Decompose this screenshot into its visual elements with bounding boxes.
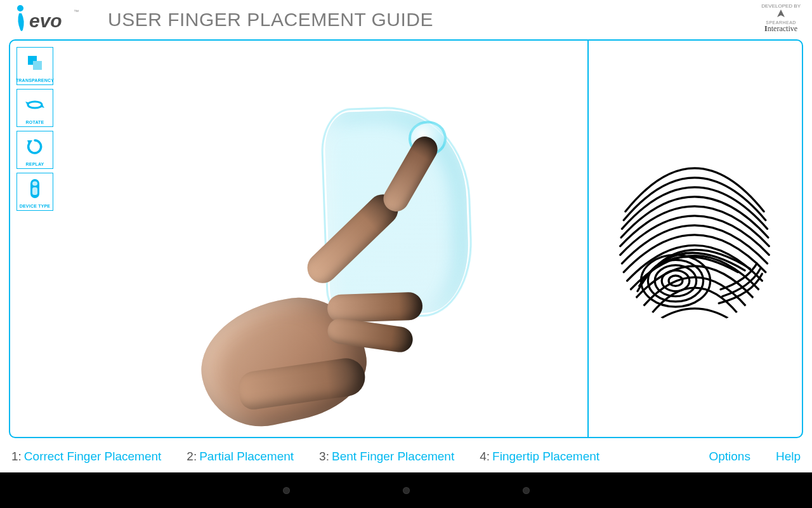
nav-correct-placement[interactable]: 1:Correct Finger Placement bbox=[11, 450, 161, 464]
nav-partial-placement[interactable]: 2:Partial Placement bbox=[187, 450, 294, 464]
rotate-icon bbox=[25, 90, 44, 120]
nav-number: 3: bbox=[319, 450, 329, 463]
developed-by-label: DEVELOPED BY bbox=[761, 4, 801, 10]
sysbar-home-icon[interactable] bbox=[403, 488, 409, 493]
svg-point-4 bbox=[28, 102, 42, 108]
device-type-icon bbox=[29, 173, 41, 204]
nav-bent-placement[interactable]: 3:Bent Finger Placement bbox=[319, 450, 454, 464]
nav-label: Partial Placement bbox=[199, 450, 294, 463]
replay-icon bbox=[26, 131, 44, 162]
tool-label: ROTATE bbox=[26, 120, 44, 126]
sysbar-back-icon[interactable] bbox=[284, 488, 289, 493]
nav-number: 2: bbox=[187, 450, 197, 463]
main-stage: TRANSPARENCY ROTATE REPLAY bbox=[9, 39, 803, 438]
tool-label: DEVICE TYPE bbox=[20, 204, 51, 210]
device-type-button[interactable]: DEVICE TYPE bbox=[16, 173, 53, 211]
svg-point-0 bbox=[17, 5, 23, 11]
nav-number: 4: bbox=[480, 450, 490, 463]
replay-button[interactable]: REPLAY bbox=[16, 131, 53, 169]
nav-number: 1: bbox=[11, 450, 22, 463]
developer-credit: DEVELOPED BY SPEARHEAD IInteractiventera… bbox=[761, 4, 801, 33]
viewport-toolbar: TRANSPARENCY ROTATE REPLAY bbox=[16, 47, 53, 211]
fingerprint-panel bbox=[587, 41, 802, 437]
system-bar bbox=[0, 472, 812, 508]
nav-fingertip-placement[interactable]: 4:Fingertip Placement bbox=[480, 450, 599, 464]
rotate-button[interactable]: ROTATE bbox=[16, 89, 53, 127]
page-title: USER FINGER PLACEMENT GUIDE bbox=[108, 9, 433, 30]
viewport-3d[interactable]: TRANSPARENCY ROTATE REPLAY bbox=[10, 41, 586, 437]
spearhead-icon bbox=[775, 10, 787, 18]
transparency-button[interactable]: TRANSPARENCY bbox=[16, 47, 53, 85]
tool-label: TRANSPARENCY bbox=[16, 78, 54, 84]
help-link[interactable]: Help bbox=[776, 450, 801, 464]
transparency-icon bbox=[26, 48, 44, 78]
logo-text: evo bbox=[29, 10, 62, 31]
svg-text:™: ™ bbox=[74, 9, 79, 15]
svg-rect-3 bbox=[33, 61, 42, 70]
svg-rect-7 bbox=[32, 187, 37, 195]
header: evo ™ USER FINGER PLACEMENT GUIDE DEVELO… bbox=[0, 0, 812, 39]
brand-logo: evo ™ bbox=[0, 4, 89, 35]
nav-label: Bent Finger Placement bbox=[332, 450, 454, 463]
developer-name-2: IInteractiventeractive bbox=[761, 25, 801, 33]
ievo-logo-icon: evo ™ bbox=[11, 4, 81, 35]
nav-label: Correct Finger Placement bbox=[24, 450, 161, 463]
footer-nav: 1:Correct Finger Placement 2:Partial Pla… bbox=[0, 444, 812, 469]
app-window: evo ™ USER FINGER PLACEMENT GUIDE DEVELO… bbox=[0, 0, 812, 508]
nav-label: Fingertip Placement bbox=[492, 450, 599, 463]
sysbar-recent-icon[interactable] bbox=[523, 488, 529, 493]
fingerprint-icon bbox=[606, 142, 783, 335]
svg-point-6 bbox=[32, 182, 37, 186]
options-link[interactable]: Options bbox=[709, 450, 750, 464]
hand-model bbox=[200, 206, 467, 422]
tool-label: REPLAY bbox=[26, 162, 44, 168]
